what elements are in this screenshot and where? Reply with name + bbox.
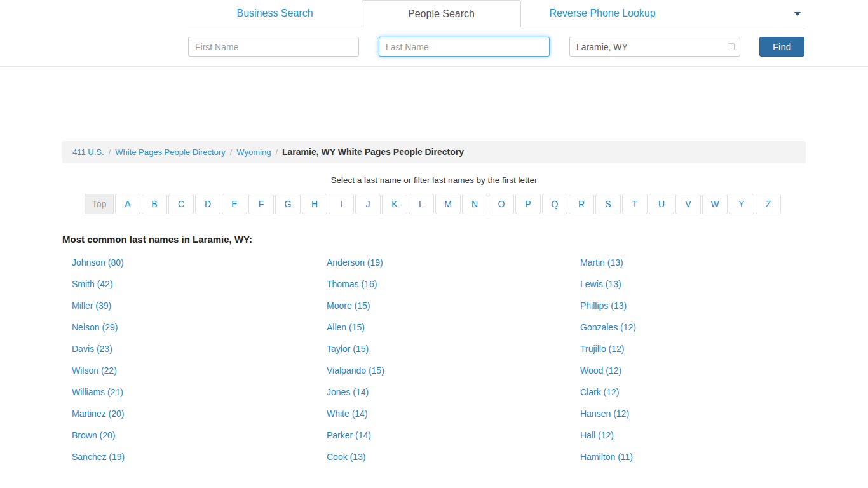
lastname-link-martin[interactable]: Martin (13) — [580, 257, 623, 268]
letter-filter-v[interactable]: V — [675, 194, 701, 214]
tab-people-search[interactable]: People Search — [362, 0, 521, 27]
name-row: Vialpando (15) — [317, 360, 571, 381]
letter-filter-c[interactable]: C — [168, 194, 194, 214]
lastname-link-nelson[interactable]: Nelson (29) — [72, 322, 118, 332]
letter-filter-u[interactable]: U — [649, 194, 674, 214]
name-row: Allen (15) — [317, 316, 571, 338]
lastname-link-clark[interactable]: Clark (12) — [580, 387, 619, 397]
last-name-input[interactable] — [379, 37, 550, 57]
name-row: Smith (42) — [62, 273, 317, 295]
name-row: Davis (23) — [62, 338, 317, 360]
name-row: Anderson (19) — [317, 252, 571, 273]
breadcrumb-separator: / — [109, 147, 111, 157]
breadcrumb-link-411-us[interactable]: 411 U.S. — [72, 147, 104, 157]
tab-reverse-phone-lookup[interactable]: Reverse Phone Lookup — [521, 0, 684, 27]
location-input[interactable] — [569, 37, 740, 57]
name-row: Clark (12) — [571, 381, 806, 403]
name-row: Taylor (15) — [317, 338, 571, 360]
letter-filter-b[interactable]: B — [142, 194, 167, 214]
letter-filter-d[interactable]: D — [195, 194, 220, 214]
name-row: Nelson (29) — [62, 316, 317, 338]
letter-filter-e[interactable]: E — [222, 194, 247, 214]
lastname-link-gonzales[interactable]: Gonzales (12) — [580, 322, 636, 332]
lastname-link-white[interactable]: White (14) — [327, 409, 368, 419]
names-heading: Most common last names in Laramie, WY: — [62, 234, 806, 245]
first-name-input[interactable] — [188, 37, 359, 57]
letter-filter-f[interactable]: F — [248, 194, 274, 214]
lastname-link-wilson[interactable]: Wilson (22) — [72, 365, 117, 376]
lastname-link-williams[interactable]: Williams (21) — [72, 387, 123, 397]
tab-business-search[interactable]: Business Search — [188, 0, 362, 27]
lastname-link-brown[interactable]: Brown (20) — [72, 430, 115, 440]
letter-filter-y[interactable]: Y — [729, 194, 754, 214]
letter-filter-l[interactable]: L — [409, 194, 434, 214]
lastname-link-davis[interactable]: Davis (23) — [72, 344, 112, 354]
letter-filter-top[interactable]: Top — [85, 194, 114, 214]
lastname-link-hamilton[interactable]: Hamilton (11) — [580, 452, 633, 462]
letter-filter-g[interactable]: G — [275, 194, 301, 214]
name-row: Lewis (13) — [571, 273, 806, 295]
lastname-link-taylor[interactable]: Taylor (15) — [327, 344, 369, 354]
names-column-2: Anderson (19)Thomas (16)Moore (15)Allen … — [317, 252, 571, 468]
find-button[interactable]: Find — [759, 37, 804, 57]
letter-filter-h[interactable]: H — [302, 194, 327, 214]
lastname-link-jones[interactable]: Jones (14) — [327, 387, 369, 397]
name-row: Wood (12) — [571, 360, 806, 381]
lastname-link-hansen[interactable]: Hansen (12) — [580, 409, 629, 419]
lastname-link-miller[interactable]: Miller (39) — [72, 301, 111, 311]
letter-filter-i[interactable]: I — [329, 194, 354, 214]
letter-filter-j[interactable]: J — [355, 194, 381, 214]
letter-filter-s[interactable]: S — [595, 194, 621, 214]
search-header: Business Search People Search Reverse Ph… — [0, 0, 868, 67]
name-row: Williams (21) — [62, 381, 317, 403]
chevron-down-icon[interactable] — [794, 12, 801, 16]
name-row: Cook (13) — [317, 446, 571, 468]
letter-filter-q[interactable]: Q — [542, 194, 567, 214]
lastname-link-cook[interactable]: Cook (13) — [327, 452, 365, 462]
lastname-link-phillips[interactable]: Phillips (13) — [580, 301, 627, 311]
lastname-link-lewis[interactable]: Lewis (13) — [580, 279, 621, 289]
letter-filter-z[interactable]: Z — [756, 194, 781, 214]
search-tabs: Business Search People Search Reverse Ph… — [188, 0, 806, 27]
lastname-link-wood[interactable]: Wood (12) — [580, 365, 621, 376]
lastname-link-sanchez[interactable]: Sanchez (19) — [72, 452, 125, 462]
name-row: Hamilton (11) — [571, 446, 806, 468]
letter-filter-m[interactable]: M — [435, 194, 461, 214]
breadcrumb-link-white-pages[interactable]: White Pages People Directory — [115, 147, 225, 157]
lastname-link-hall[interactable]: Hall (12) — [580, 430, 614, 440]
breadcrumb-separator: / — [275, 147, 278, 157]
letter-filter-k[interactable]: K — [382, 194, 407, 214]
breadcrumb-separator: / — [230, 147, 233, 157]
lastname-link-vialpando[interactable]: Vialpando (15) — [327, 365, 384, 376]
locate-icon[interactable] — [728, 43, 735, 50]
name-row: Moore (15) — [317, 295, 571, 316]
letter-filter-r[interactable]: R — [569, 194, 594, 214]
letter-filter-n[interactable]: N — [462, 194, 487, 214]
lastname-link-smith[interactable]: Smith (42) — [72, 279, 113, 289]
lastname-link-moore[interactable]: Moore (15) — [327, 301, 370, 311]
letter-filter-a[interactable]: A — [115, 194, 140, 214]
name-row: Phillips (13) — [571, 295, 806, 316]
letter-filter-t[interactable]: T — [622, 194, 648, 214]
names-column-1: Johnson (80)Smith (42)Miller (39)Nelson … — [62, 252, 317, 468]
letter-filter-w[interactable]: W — [702, 194, 728, 214]
lastname-link-allen[interactable]: Allen (15) — [327, 322, 365, 332]
breadcrumb-current: Laramie, WY White Pages People Directory — [282, 147, 464, 157]
search-module: Business Search People Search Reverse Ph… — [188, 0, 806, 57]
name-row: Trujillo (12) — [571, 338, 806, 360]
name-row: Miller (39) — [62, 295, 317, 316]
letter-filter-o[interactable]: O — [489, 194, 514, 214]
name-row: Parker (14) — [317, 424, 571, 446]
breadcrumb-link-wyoming[interactable]: Wyoming — [236, 147, 271, 157]
lastname-link-thomas[interactable]: Thomas (16) — [327, 279, 377, 289]
name-row: Martin (13) — [571, 252, 806, 273]
name-row: Jones (14) — [317, 381, 571, 403]
lastname-link-martinez[interactable]: Martinez (20) — [72, 409, 124, 419]
lastname-link-trujillo[interactable]: Trujillo (12) — [580, 344, 625, 354]
lastname-link-johnson[interactable]: Johnson (80) — [72, 257, 124, 268]
name-row: Sanchez (19) — [62, 446, 317, 468]
letter-filter-p[interactable]: P — [515, 194, 541, 214]
name-row: Johnson (80) — [62, 252, 317, 273]
lastname-link-parker[interactable]: Parker (14) — [327, 430, 371, 440]
lastname-link-anderson[interactable]: Anderson (19) — [327, 257, 383, 268]
